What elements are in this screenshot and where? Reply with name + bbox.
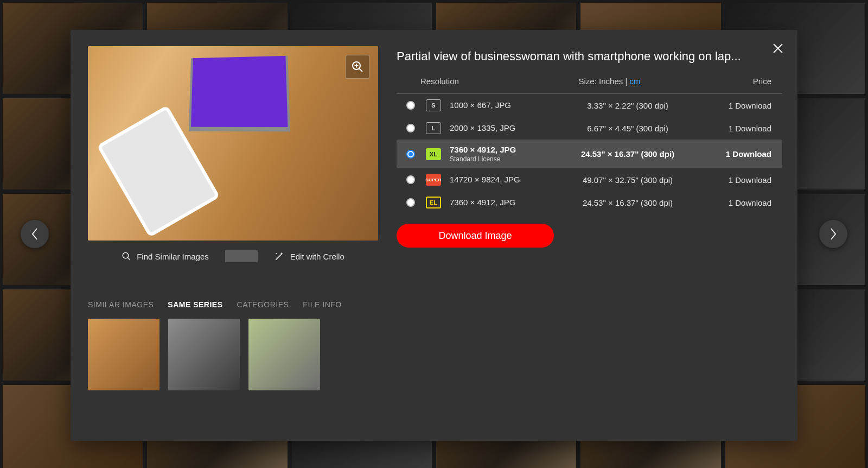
preview-pane: Find Similar Images Edit with Crello — [88, 46, 378, 262]
size-value: 6.67" × 4.45" (300 dpi) — [565, 124, 690, 133]
edit-crello-button[interactable]: Edit with Crello — [258, 251, 361, 262]
resolution-option[interactable]: SUPER14720 × 9824, JPG49.07" × 32.75" (3… — [397, 168, 782, 191]
resolution-option[interactable]: L2000 × 1335, JPG6.67" × 4.45" (300 dpi)… — [397, 117, 782, 140]
svg-line-8 — [276, 254, 282, 260]
next-image-button[interactable] — [819, 220, 847, 248]
series-thumb[interactable] — [248, 319, 320, 390]
radio[interactable] — [406, 124, 415, 132]
image-title: Partial view of businesswoman with smart… — [397, 49, 755, 64]
size-badge: XL — [426, 148, 441, 160]
size-badge: SUPER — [426, 174, 441, 186]
radio[interactable] — [406, 101, 415, 110]
find-similar-button[interactable]: Find Similar Images — [105, 251, 225, 261]
search-icon — [122, 251, 131, 261]
resolution-value: 1000 × 667, JPG — [450, 100, 560, 110]
image-detail-modal: Find Similar Images Edit with Crello Par… — [71, 30, 797, 441]
size-value: 3.33" × 2.22" (300 dpi) — [565, 101, 690, 110]
price-value: 1 Download — [695, 124, 771, 133]
svg-point-6 — [123, 252, 129, 258]
tab-same-series[interactable]: SAME SERIES — [168, 300, 222, 309]
size-value: 24.53" × 16.37" (300 dpi) — [565, 198, 690, 207]
resolution-option[interactable]: XL7360 × 4912, JPGStandard License24.53"… — [397, 140, 782, 168]
price-value: 1 Download — [695, 149, 771, 159]
size-badge: S — [426, 99, 441, 111]
size-badge: L — [426, 122, 441, 134]
price-value: 1 Download — [695, 175, 771, 185]
resolution-value: 14720 × 9824, JPG — [450, 175, 560, 185]
col-price: Price — [685, 77, 771, 86]
close-button[interactable] — [770, 41, 786, 56]
license-sub: Standard License — [450, 155, 560, 163]
prev-image-button[interactable] — [21, 220, 49, 248]
details-pane: Partial view of businesswoman with smart… — [397, 46, 782, 248]
magic-wand-icon — [274, 251, 285, 262]
radio[interactable] — [406, 175, 415, 184]
resolution-value: 7360 × 4912, JPGStandard License — [450, 145, 560, 163]
price-value: 1 Download — [695, 101, 771, 110]
resolution-table: Resolution Size: Inches | cm Price S1000… — [397, 77, 782, 214]
size-badge: EL — [426, 197, 441, 208]
size-value: 49.07" × 32.75" (300 dpi) — [565, 175, 690, 185]
tab-file-info[interactable]: FILE INFO — [303, 300, 341, 309]
edit-crello-label: Edit with Crello — [290, 252, 344, 261]
price-value: 1 Download — [695, 198, 771, 207]
resolution-option[interactable]: S1000 × 667, JPG3.33" × 2.22" (300 dpi)1… — [397, 94, 782, 117]
svg-point-9 — [276, 253, 277, 254]
table-header: Resolution Size: Inches | cm Price — [397, 77, 782, 94]
series-thumb[interactable] — [168, 319, 240, 390]
svg-line-3 — [359, 68, 362, 72]
size-value: 24.53" × 16.37" (300 dpi) — [565, 149, 690, 159]
resolution-option[interactable]: EL7360 × 4912, JPG24.53" × 16.37" (300 d… — [397, 191, 782, 214]
col-size: Size: Inches | cm — [534, 77, 685, 86]
zoom-in-button[interactable] — [346, 55, 369, 79]
radio[interactable] — [406, 198, 415, 207]
series-thumbnails — [88, 319, 782, 390]
svg-line-7 — [127, 257, 130, 260]
find-similar-label: Find Similar Images — [137, 252, 209, 261]
related-tabs: SIMILAR IMAGES SAME SERIES CATEGORIES FI… — [88, 300, 782, 309]
resolution-value: 2000 × 1335, JPG — [450, 123, 560, 133]
preview-image[interactable] — [88, 46, 378, 241]
divider — [225, 250, 258, 262]
tab-categories[interactable]: CATEGORIES — [237, 300, 289, 309]
tab-similar-images[interactable]: SIMILAR IMAGES — [88, 300, 154, 309]
series-thumb[interactable] — [88, 319, 159, 390]
download-button[interactable]: Download Image — [397, 224, 554, 248]
radio[interactable] — [406, 150, 415, 159]
col-resolution: Resolution — [420, 77, 534, 86]
resolution-value: 7360 × 4912, JPG — [450, 198, 560, 207]
unit-toggle-cm[interactable]: cm — [629, 77, 640, 86]
